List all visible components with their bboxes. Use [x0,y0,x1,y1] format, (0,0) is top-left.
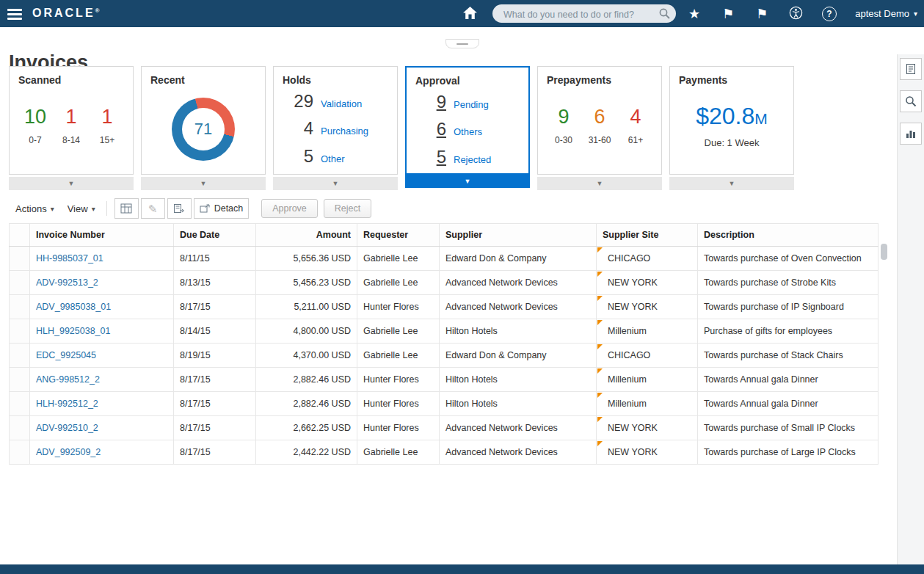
row-selector[interactable] [10,368,30,392]
row-selector[interactable] [10,440,30,465]
invoice-number-cell: ADV-992513_2 [30,271,174,295]
infolet-approval[interactable]: Approval 9 Pending 6 Others 5 Rejected [405,66,530,190]
export-button[interactable] [167,198,192,219]
col-requester[interactable]: Requester [357,224,440,247]
invoice-link[interactable]: HLH_9925038_01 [36,326,110,336]
infolet-flip-button[interactable]: ▼ [669,177,794,190]
table-scrollbar[interactable] [881,225,887,459]
infolet-flip-button[interactable]: ▼ [9,177,134,190]
holds-label-link[interactable]: Validation [321,98,362,109]
infolet-prepayments[interactable]: Prepayments 9 0-30 6 31-60 4 61+ [537,66,662,190]
row-selector[interactable] [10,416,30,440]
row-selector[interactable] [10,344,30,368]
invoice-link[interactable]: HLH-992512_2 [36,399,98,409]
global-search[interactable] [492,4,676,23]
edit-button[interactable]: ✎ [141,198,165,219]
holds-label-link[interactable]: Other [321,153,345,164]
prepayments-bucket-0-30[interactable]: 9 0-30 [550,106,578,145]
reject-button[interactable]: Reject [324,199,371,218]
infolet-payments[interactable]: Payments $20.8M Due: 1 Week ▼ [669,66,794,190]
watchlist-flag-icon[interactable]: ⚑ [721,7,735,21]
query-by-example-button[interactable] [114,198,139,219]
global-search-input[interactable] [502,5,652,23]
detach-button[interactable]: Detach [194,198,250,219]
actions-menu-button[interactable]: Actions ▾ [9,200,61,217]
approval-count[interactable]: 9 [415,90,446,114]
prepayments-bucket-31-60[interactable]: 6 31-60 [586,106,614,145]
invoice-link[interactable]: ADV_992509_2 [36,447,101,457]
row-selector[interactable] [10,392,30,416]
invoice-row[interactable]: ADV_992509_2 8/17/15 2,442.22 USD Gabrie… [10,440,878,465]
header-collapse-handle[interactable] [445,39,479,48]
announcements-flag-icon[interactable]: ⚑ [754,7,769,21]
home-icon[interactable] [462,6,478,22]
invoice-row[interactable]: ADV-992513_2 8/13/15 5,456.23 USD Gabrie… [10,271,878,295]
approval-count[interactable]: 6 [415,117,446,141]
infolet-recent[interactable]: Recent 71 ▼ [141,66,266,190]
accessibility-icon[interactable] [788,6,803,22]
invoice-link[interactable]: HH-9985037_01 [36,253,103,264]
scrollbar-thumb[interactable] [881,244,887,260]
approval-label-link[interactable]: Rejected [454,154,491,165]
help-icon[interactable]: ? [822,7,837,21]
col-description[interactable]: Description [698,224,878,247]
navigator-menu-button[interactable] [6,5,26,23]
query-by-example-icon [120,203,132,214]
scanned-bucket-0-7[interactable]: 10 0-7 [21,106,49,145]
approval-others-row[interactable]: 6 Others [415,117,520,141]
recent-donut-chart[interactable]: 71 [172,98,235,161]
invoice-link[interactable]: ADV-992513_2 [36,277,98,288]
infotiles-panel-button[interactable] [900,123,922,145]
infolet-flip-button[interactable]: ▼ [405,175,530,188]
infolet-flip-button[interactable]: ▼ [537,177,662,190]
view-menu-button[interactable]: View ▾ [61,200,102,217]
approval-rejected-row[interactable]: 5 Rejected [415,145,520,169]
infolet-flip-button[interactable]: ▼ [141,177,266,190]
invoice-row[interactable]: ADV_9985038_01 8/17/15 5,211.00 USD Hunt… [10,295,878,319]
favorites-star-icon[interactable]: ★ [687,7,702,21]
invoice-row[interactable]: ANG-998512_2 8/17/15 2,882.46 USD Hunter… [10,368,878,392]
invoice-row[interactable]: ADV-992510_2 8/17/15 2,662.25 USD Hunter… [10,416,878,440]
holds-other-row[interactable]: 5 Other [283,145,388,168]
infolet-flip-button[interactable]: ▼ [273,177,398,190]
invoice-row[interactable]: HH-9985037_01 8/11/15 5,656.36 USD Gabri… [10,247,878,271]
approval-label-link[interactable]: Others [454,126,482,137]
invoice-row[interactable]: HLH_9925038_01 8/14/15 4,800.00 USD Gabr… [10,319,878,344]
search-icon[interactable] [658,7,671,23]
holds-purchasing-row[interactable]: 4 Purchasing [283,117,388,140]
amount-cell: 2,662.25 USD [256,416,357,440]
col-amount[interactable]: Amount [256,224,357,247]
holds-label-link[interactable]: Purchasing [321,126,368,137]
row-selector[interactable] [10,247,30,271]
invoice-link[interactable]: ANG-998512_2 [36,374,100,385]
user-menu[interactable]: aptest Demo ▾ [855,0,917,27]
invoice-link[interactable]: ADV_9985038_01 [36,302,111,312]
invoice-link[interactable]: ADV-992510_2 [36,423,98,433]
infolet-title: Prepayments [547,74,652,86]
scanned-bucket-8-14[interactable]: 1 8-14 [57,106,85,145]
reports-panel-button[interactable] [900,58,922,80]
invoice-row[interactable]: HLH-992512_2 8/17/15 2,882.46 USD Hunter… [10,392,878,416]
col-due-date[interactable]: Due Date [174,224,256,247]
scanned-bucket-15plus[interactable]: 1 15+ [93,106,121,145]
search-panel-button[interactable] [900,90,922,112]
due-date-cell: 8/11/15 [174,247,256,271]
row-selector[interactable] [10,295,30,319]
row-selector[interactable] [10,319,30,344]
infolet-scanned[interactable]: Scanned 10 0-7 1 8-14 1 15+ ▼ [9,66,134,190]
infolet-holds[interactable]: Holds 29 Validation 4 Purchasing 5 Other [273,66,398,190]
col-invoice-number[interactable]: Invoice Number [30,224,174,247]
approval-label-link[interactable]: Pending [454,99,489,110]
col-supplier[interactable]: Supplier [440,224,597,247]
row-selector[interactable] [10,271,30,295]
bucket-value: 1 [57,106,85,128]
approval-count[interactable]: 5 [415,145,446,169]
approve-button[interactable]: Approve [261,199,318,218]
holds-validation-row[interactable]: 29 Validation [283,90,388,113]
prepayments-bucket-61plus[interactable]: 4 61+ [622,106,650,145]
approval-pending-row[interactable]: 9 Pending [415,90,520,114]
invoice-link[interactable]: EDC_9925045 [36,350,96,360]
col-supplier-site[interactable]: Supplier Site [597,224,698,247]
invoice-row[interactable]: EDC_9925045 8/19/15 4,370.00 USD Gabriel… [10,344,878,368]
bucket-value: 9 [550,106,578,128]
